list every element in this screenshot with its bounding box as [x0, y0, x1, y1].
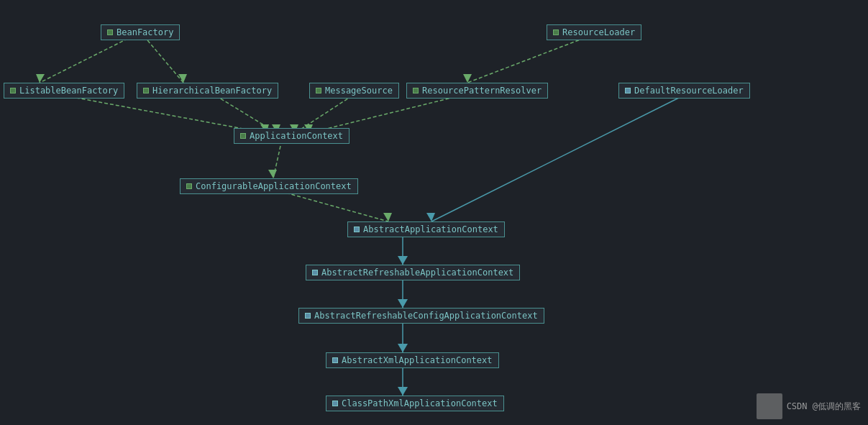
node-label-beanfactory: BeanFactory — [117, 27, 173, 37]
node-label-abstractrefreshableconfigapplicationcontext: AbstractRefreshableConfigApplicationCont… — [314, 311, 538, 321]
node-resourcepatternresolver: ResourcePatternResolver — [406, 83, 548, 99]
node-dot-hierarchicalbeanfactory — [143, 88, 149, 93]
watermark-logo — [757, 393, 782, 419]
node-label-listablebeanfactory: ListableBeanFactory — [19, 86, 118, 96]
node-beanfactory: BeanFactory — [101, 24, 180, 40]
node-dot-resourceloader — [553, 29, 559, 35]
node-dot-listablebeanfactory — [10, 88, 16, 93]
node-label-hierarchicalbeanfactory: HierarchicalBeanFactory — [152, 86, 272, 96]
svg-marker-23 — [398, 299, 408, 308]
node-dot-applicationcontext — [240, 133, 246, 139]
node-abstractrefreshableapplicationcontext: AbstractRefreshableApplicationContext — [306, 265, 520, 280]
svg-line-2 — [144, 36, 183, 83]
node-dot-defaultresourceloader — [625, 88, 631, 93]
svg-marker-19 — [383, 213, 392, 221]
node-messagesource: MessageSource — [309, 83, 399, 99]
svg-marker-15 — [268, 170, 277, 178]
node-abstractxmlapplicationcontext: AbstractXmlApplicationContext — [326, 352, 499, 368]
node-dot-configurableapplicationcontext — [186, 183, 192, 189]
svg-marker-5 — [463, 74, 472, 83]
svg-line-4 — [467, 36, 590, 83]
node-label-abstractxmlapplicationcontext: AbstractXmlApplicationContext — [342, 355, 493, 365]
node-dot-resourcepatternresolver — [413, 88, 419, 93]
svg-marker-21 — [398, 256, 408, 265]
svg-line-0 — [40, 36, 133, 83]
svg-marker-17 — [426, 213, 435, 221]
node-abstractapplicationcontext: AbstractApplicationContext — [347, 221, 505, 237]
node-label-defaultresourceloader: DefaultResourceLoader — [634, 86, 744, 96]
node-dot-abstractxmlapplicationcontext — [332, 357, 338, 363]
node-dot-abstractapplicationcontext — [354, 227, 360, 232]
node-label-classpathxmlapplicationcontext: ClassPathXmlApplicationContext — [342, 398, 498, 408]
node-classpathxmlapplicationcontext: ClassPathXmlApplicationContext — [326, 396, 504, 411]
node-dot-beanfactory — [107, 29, 113, 35]
watermark: CSDN @低调的黑客 — [757, 393, 861, 419]
node-applicationcontext: ApplicationContext — [234, 128, 350, 144]
svg-marker-1 — [36, 74, 45, 83]
svg-marker-27 — [398, 387, 408, 396]
svg-marker-25 — [398, 344, 408, 352]
svg-line-14 — [273, 146, 280, 178]
node-label-abstractapplicationcontext: AbstractApplicationContext — [363, 224, 498, 234]
node-label-abstractrefreshableapplicationcontext: AbstractRefreshableApplicationContext — [321, 268, 513, 278]
svg-line-16 — [431, 96, 683, 221]
node-listablebeanfactory: ListableBeanFactory — [4, 83, 124, 99]
node-resourceloader: ResourceLoader — [547, 24, 641, 40]
node-dot-messagesource — [316, 88, 321, 93]
diagram-container: BeanFactory ResourceLoader ListableBeanF… — [0, 0, 868, 425]
node-dot-abstractrefreshableconfigapplicationcontext — [305, 313, 311, 319]
watermark-text: CSDN @低调的黑客 — [787, 401, 861, 413]
node-label-messagesource: MessageSource — [325, 86, 393, 96]
node-defaultresourceloader: DefaultResourceLoader — [618, 83, 750, 99]
node-label-resourcepatternresolver: ResourcePatternResolver — [422, 86, 542, 96]
node-label-resourceloader: ResourceLoader — [562, 27, 635, 37]
node-configurableapplicationcontext: ConfigurableApplicationContext — [180, 178, 358, 194]
node-dot-classpathxmlapplicationcontext — [332, 401, 338, 406]
svg-line-18 — [280, 191, 388, 221]
svg-marker-3 — [178, 74, 187, 83]
node-abstractrefreshableconfigapplicationcontext: AbstractRefreshableConfigApplicationCont… — [298, 308, 544, 324]
node-label-configurableapplicationcontext: ConfigurableApplicationContext — [196, 181, 352, 191]
node-label-applicationcontext: ApplicationContext — [250, 131, 343, 141]
node-hierarchicalbeanfactory: HierarchicalBeanFactory — [137, 83, 278, 99]
node-dot-abstractrefreshableapplicationcontext — [312, 270, 318, 275]
